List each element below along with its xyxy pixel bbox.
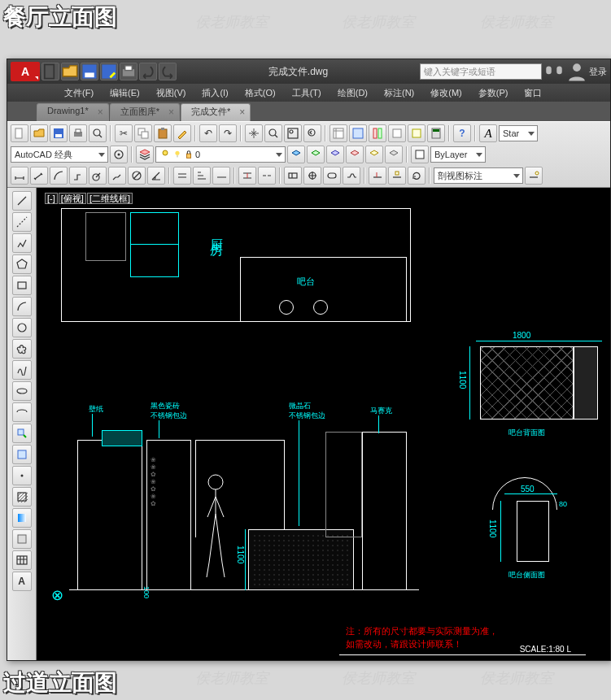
menu-draw[interactable]: 绘图(D) bbox=[330, 85, 376, 102]
layer-freeze-icon[interactable] bbox=[326, 146, 344, 163]
close-tab-icon[interactable]: × bbox=[239, 107, 245, 118]
pan-icon[interactable] bbox=[245, 124, 263, 142]
construction-line-icon[interactable] bbox=[12, 212, 32, 232]
app-menu-button[interactable]: A bbox=[11, 62, 40, 81]
region-icon[interactable] bbox=[12, 529, 32, 549]
dim-angular-icon[interactable] bbox=[147, 167, 165, 185]
login-button[interactable]: 登录 bbox=[589, 63, 607, 80]
qat-undo-icon[interactable] bbox=[139, 63, 157, 80]
revcloud-icon[interactable] bbox=[12, 339, 32, 359]
qat-print-icon[interactable] bbox=[120, 63, 137, 80]
print-icon[interactable] bbox=[69, 124, 87, 142]
layer-combo[interactable]: 0 bbox=[155, 146, 286, 163]
redo-icon[interactable]: ↷ bbox=[219, 124, 237, 142]
layer-match-icon[interactable] bbox=[365, 146, 383, 163]
ellipse-icon[interactable] bbox=[12, 381, 32, 401]
match-props-icon[interactable] bbox=[173, 124, 191, 142]
menu-tools[interactable]: 工具(T) bbox=[284, 85, 330, 102]
menu-view[interactable]: 视图(V) bbox=[148, 85, 194, 102]
layer-off-icon[interactable] bbox=[346, 146, 364, 163]
inspect-icon[interactable] bbox=[323, 167, 341, 185]
table-icon[interactable] bbox=[12, 550, 32, 570]
dim-ordinate-icon[interactable] bbox=[69, 167, 87, 185]
rectangle-icon[interactable] bbox=[12, 276, 32, 295]
dimstyle-combo[interactable]: 剖视图标注 bbox=[434, 167, 523, 184]
layer-iso-icon[interactable] bbox=[287, 146, 305, 163]
mtext-icon[interactable]: A bbox=[12, 572, 32, 591]
workspace-combo[interactable]: AutoCAD 经典 bbox=[11, 146, 108, 163]
save-icon[interactable] bbox=[50, 124, 68, 142]
dim-break-icon[interactable] bbox=[258, 167, 276, 185]
dim-update-icon[interactable] bbox=[408, 167, 426, 185]
make-block-icon[interactable] bbox=[12, 445, 32, 464]
circle-icon[interactable] bbox=[12, 318, 32, 337]
infocenter-icon[interactable] bbox=[543, 63, 565, 80]
design-center-icon[interactable] bbox=[349, 124, 367, 142]
properties-icon[interactable] bbox=[330, 124, 347, 142]
menu-dimension[interactable]: 标注(N) bbox=[376, 85, 422, 102]
arc-icon[interactable] bbox=[12, 297, 32, 316]
dim-continue-icon[interactable] bbox=[212, 167, 230, 185]
point-icon[interactable] bbox=[12, 466, 32, 485]
layer-states-icon[interactable] bbox=[385, 146, 403, 163]
layer-prev-icon[interactable] bbox=[307, 146, 325, 163]
qat-save-icon[interactable] bbox=[81, 63, 98, 80]
qat-open-icon[interactable] bbox=[61, 63, 79, 80]
dimstyle-manager-icon[interactable] bbox=[525, 167, 543, 185]
standard-combo[interactable]: Star bbox=[499, 125, 538, 141]
new-icon[interactable] bbox=[11, 124, 28, 142]
insert-block-icon[interactable] bbox=[12, 424, 32, 443]
polyline-icon[interactable] bbox=[12, 233, 32, 253]
drawing-canvas[interactable]: [-][俯视][二维线框] 厨房 吧台 1800 1100 吧台背面图 550 bbox=[37, 188, 610, 660]
spline-icon[interactable] bbox=[12, 360, 32, 380]
dim-arc-icon[interactable] bbox=[50, 167, 68, 185]
open-icon[interactable] bbox=[30, 124, 48, 142]
jogged-linear-icon[interactable] bbox=[343, 167, 360, 185]
zoom-previous-icon[interactable] bbox=[303, 124, 321, 142]
undo-icon[interactable]: ↶ bbox=[199, 124, 217, 142]
markup-icon[interactable] bbox=[408, 124, 426, 142]
zoom-realtime-icon[interactable] bbox=[264, 124, 282, 142]
qat-redo-icon[interactable] bbox=[159, 63, 177, 80]
qat-saveas-icon[interactable] bbox=[100, 63, 118, 80]
menu-window[interactable]: 窗口 bbox=[516, 85, 550, 102]
gradient-icon[interactable] bbox=[12, 508, 32, 528]
sheet-set-icon[interactable] bbox=[388, 124, 406, 142]
menu-format[interactable]: 格式(O) bbox=[237, 85, 284, 102]
file-tab-library[interactable]: 立面图库*× bbox=[110, 103, 180, 121]
dim-diameter-icon[interactable] bbox=[128, 167, 146, 185]
polygon-icon[interactable] bbox=[12, 254, 32, 274]
qat-new-icon[interactable] bbox=[41, 63, 59, 80]
hatch-icon[interactable] bbox=[12, 487, 32, 507]
tolerance-icon[interactable] bbox=[284, 167, 302, 185]
quickcalc-icon[interactable] bbox=[427, 124, 445, 142]
dim-aligned-icon[interactable] bbox=[30, 167, 48, 185]
center-mark-icon[interactable] bbox=[303, 167, 321, 185]
workspace-settings-icon[interactable] bbox=[110, 146, 128, 163]
cut-icon[interactable]: ✂ bbox=[115, 124, 133, 142]
line-icon[interactable] bbox=[12, 191, 32, 211]
file-tab-drawing1[interactable]: Drawing1*× bbox=[37, 103, 109, 121]
color-combo[interactable]: ByLayer bbox=[430, 146, 486, 163]
dim-linear-icon[interactable] bbox=[11, 167, 28, 185]
menu-edit[interactable]: 编辑(E) bbox=[102, 85, 148, 102]
layer-props-icon[interactable] bbox=[136, 146, 154, 163]
menu-insert[interactable]: 插入(I) bbox=[194, 85, 236, 102]
menu-file[interactable]: 文件(F) bbox=[56, 85, 102, 102]
menu-parametric[interactable]: 参数(P) bbox=[470, 85, 517, 102]
dim-space-icon[interactable] bbox=[238, 167, 256, 185]
menu-modify[interactable]: 修改(M) bbox=[422, 85, 470, 102]
help-search-input[interactable]: 键入关键字或短语 bbox=[420, 63, 542, 80]
help-icon[interactable]: ? bbox=[453, 124, 471, 142]
tool-palette-icon[interactable] bbox=[369, 124, 386, 142]
user-icon[interactable] bbox=[566, 63, 587, 80]
dim-jogged-icon[interactable] bbox=[108, 167, 126, 185]
ellipse-arc-icon[interactable] bbox=[12, 402, 32, 422]
dim-baseline-icon[interactable] bbox=[193, 167, 211, 185]
preview-icon[interactable] bbox=[89, 124, 107, 142]
viewport-controls[interactable]: [-][俯视][二维线框] bbox=[45, 193, 133, 205]
color-swatch[interactable] bbox=[411, 146, 429, 163]
copy-icon[interactable] bbox=[134, 124, 152, 142]
close-tab-icon[interactable]: × bbox=[168, 107, 174, 118]
dim-edit-icon[interactable] bbox=[369, 167, 386, 185]
